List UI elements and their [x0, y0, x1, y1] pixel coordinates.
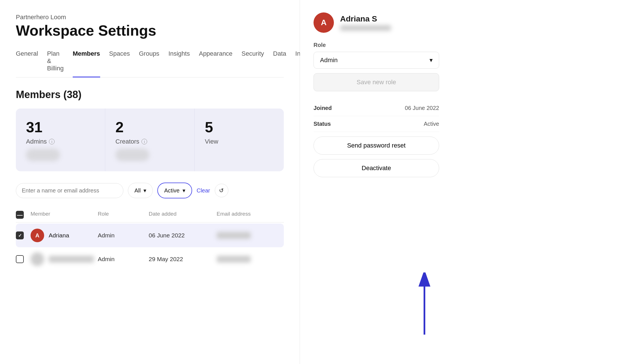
- send-password-reset-button[interactable]: Send password reset: [314, 136, 439, 155]
- row-1-avatar-letter: A: [35, 232, 39, 239]
- role-filter-dropdown[interactable]: All ▾: [128, 183, 153, 198]
- admins-avatars: [26, 149, 60, 161]
- user-name: Adriana S: [340, 14, 391, 23]
- col-role: Role: [98, 211, 149, 219]
- stat-admins: 31 Admins i: [16, 109, 105, 171]
- search-input[interactable]: [16, 183, 123, 198]
- status-filter-dropdown[interactable]: Active ▾: [157, 183, 192, 198]
- refresh-button[interactable]: ↺: [215, 184, 228, 197]
- clear-button[interactable]: Clear: [197, 187, 210, 194]
- main-content: Partnerhero Loom Workspace Settings Gene…: [0, 0, 300, 364]
- row-2-member-name: [49, 256, 94, 263]
- viewers-label: View: [205, 138, 218, 145]
- tab-general[interactable]: General: [16, 50, 38, 77]
- role-filter-chevron-icon: ▾: [143, 187, 146, 194]
- user-email: [340, 25, 391, 31]
- check-icon: ✓: [18, 233, 22, 238]
- deactivate-button[interactable]: Deactivate: [314, 159, 439, 177]
- tab-security[interactable]: Security: [242, 50, 264, 77]
- role-section-label: Role: [314, 42, 439, 48]
- user-info: Adriana S: [340, 14, 391, 31]
- row-2-date: 29 May 2022: [149, 256, 217, 263]
- row-2-email: [217, 256, 251, 263]
- tab-plan-billing[interactable]: Plan & Billing: [47, 50, 64, 77]
- col-member: Member: [31, 211, 98, 219]
- row-2-checkbox[interactable]: [16, 255, 24, 263]
- arrow-annotation: [413, 272, 436, 336]
- tab-spaces[interactable]: Spaces: [109, 50, 130, 77]
- joined-row: Joined 06 June 2022: [314, 100, 439, 116]
- creators-label: Creators: [115, 138, 139, 145]
- members-title: Members (38): [16, 89, 284, 101]
- admins-count: 31: [26, 119, 95, 136]
- page-title: Workspace Settings: [16, 23, 284, 39]
- tab-appearance[interactable]: Appearance: [199, 50, 233, 77]
- tab-insights[interactable]: Insights: [168, 50, 190, 77]
- save-role-button[interactable]: Save new role: [314, 73, 439, 91]
- role-filter-value: All: [134, 187, 141, 194]
- members-table: — Member Role Date added Email address ✓…: [16, 207, 284, 271]
- tab-data[interactable]: Data: [273, 50, 286, 77]
- table-header: — Member Role Date added Email address: [16, 207, 284, 222]
- creators-count: 2: [115, 119, 184, 136]
- row-2-role: Admin: [98, 256, 149, 263]
- tab-members[interactable]: Members: [73, 50, 100, 77]
- row-1-member-cell: A Adriana: [31, 229, 98, 242]
- viewers-count: 5: [205, 119, 274, 136]
- row-1-email: [217, 232, 251, 239]
- row-1-checkbox[interactable]: ✓: [16, 231, 24, 239]
- right-panel: A Adriana S Role Admin ▾ Save new role J…: [300, 0, 453, 364]
- admins-info-icon[interactable]: i: [49, 139, 55, 144]
- creators-avatars: [115, 149, 149, 161]
- creators-info-icon[interactable]: i: [141, 139, 147, 144]
- table-row[interactable]: ✓ A Adriana Admin 06 June 2022: [16, 224, 284, 247]
- user-header: A Adriana S: [314, 12, 439, 33]
- arrow-icon: [413, 272, 436, 335]
- status-filter-chevron-icon: ▾: [183, 187, 185, 194]
- chevron-down-icon: ▾: [430, 57, 433, 64]
- workspace-label: Partnerhero Loom: [16, 14, 284, 21]
- status-filter-value: Active: [164, 187, 179, 194]
- row-2-avatar: [31, 252, 44, 266]
- row-1-role: Admin: [98, 232, 149, 239]
- role-value: Admin: [320, 57, 338, 64]
- joined-label: Joined: [314, 105, 332, 111]
- filters-row: All ▾ Active ▾ Clear ↺: [16, 183, 284, 198]
- status-row: Status Active: [314, 116, 439, 132]
- stats-container: 31 Admins i 2 Creators i 5 View: [16, 109, 284, 171]
- table-row[interactable]: Admin 29 May 2022: [16, 247, 284, 271]
- stat-creators: 2 Creators i: [105, 109, 195, 171]
- role-dropdown[interactable]: Admin ▾: [314, 52, 439, 69]
- select-all-checkbox[interactable]: —: [16, 211, 24, 219]
- user-avatar: A: [314, 12, 334, 33]
- col-date-added: Date added: [149, 211, 217, 219]
- nav-tabs: General Plan & Billing Members Spaces Gr…: [16, 50, 284, 77]
- tab-groups[interactable]: Groups: [139, 50, 159, 77]
- user-avatar-letter: A: [321, 18, 327, 27]
- refresh-icon: ↺: [219, 187, 224, 194]
- row-1-date: 06 June 2022: [149, 232, 217, 239]
- col-email: Email address: [217, 211, 284, 219]
- row-1-member-name: Adriana: [49, 232, 69, 239]
- indeterminate-icon: —: [17, 212, 23, 218]
- status-value: Active: [424, 121, 439, 127]
- stat-viewers: 5 View: [195, 109, 284, 171]
- admins-label: Admins: [26, 138, 47, 145]
- row-2-member-cell: [31, 252, 98, 266]
- status-label: Status: [314, 121, 331, 127]
- row-1-avatar: A: [31, 229, 44, 242]
- joined-date: 06 June 2022: [405, 105, 439, 111]
